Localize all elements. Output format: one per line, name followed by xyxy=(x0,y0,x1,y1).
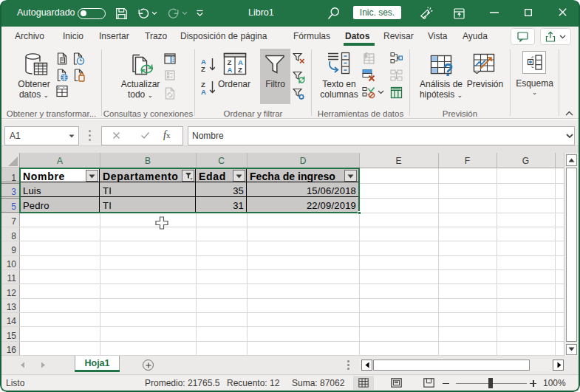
svg-text:Z: Z xyxy=(201,65,205,73)
svg-text:A: A xyxy=(228,66,233,74)
svg-text:?: ? xyxy=(443,61,454,78)
svg-text:A: A xyxy=(201,88,206,96)
svg-text:Z: Z xyxy=(228,58,232,66)
svg-text:A: A xyxy=(238,58,243,66)
svg-text:Z: Z xyxy=(238,66,242,74)
